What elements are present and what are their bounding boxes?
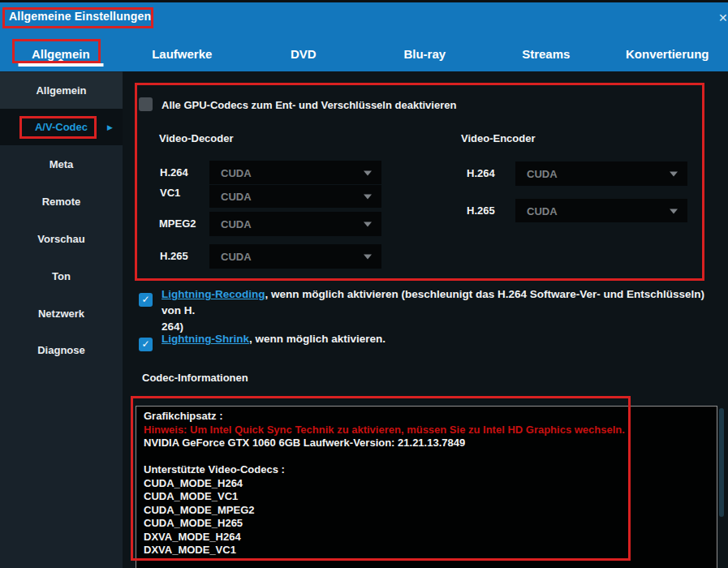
video-decoder-heading: Video-Decoder <box>159 132 234 144</box>
video-encoder-heading: Video-Encoder <box>461 132 536 144</box>
dialog-title: Allgemeine Einstellungen <box>9 10 151 23</box>
sidebar: Allgemein A/V-Codec ▶ Meta Remote Vorsch… <box>0 71 123 568</box>
sidebar-item-label: Allgemein <box>36 84 86 97</box>
settings-dialog: Allgemeine Einstellungen ✕ Allgemein Lau… <box>0 0 728 568</box>
codec-info-line: NVIDIA GeForce GTX 1060 6GB Laufwerk-Ver… <box>136 437 717 450</box>
submenu-arrow-icon: ▶ <box>107 123 113 131</box>
selected-value: CUDA <box>527 168 558 180</box>
shrink-description: , wenn möglich aktivieren. <box>249 333 386 345</box>
codec-info-line: DXVA_MODE_H264 <box>136 531 717 544</box>
codec-info-line: Unterstützte Video-Codecs : <box>136 463 717 477</box>
sidebar-item-remote[interactable]: Remote <box>0 183 123 220</box>
encoder-h265-label: H.265 <box>467 204 495 217</box>
selected-value: CUDA <box>221 166 252 179</box>
decoder-h265-select[interactable]: CUDA <box>209 244 381 269</box>
encoder-h264-label: H.264 <box>467 167 495 179</box>
decoder-h264-select[interactable]: CUDA <box>209 161 381 184</box>
sidebar-item-label: Ton <box>52 270 71 282</box>
decoder-vc1-label: VC1 <box>160 187 180 199</box>
dropdown-arrow-icon <box>364 255 372 260</box>
vertical-scrollbar[interactable] <box>719 408 724 517</box>
codec-info-line: CUDA_MODE_H264 <box>136 477 717 491</box>
decoder-mpeg2-select[interactable]: CUDA <box>209 212 381 236</box>
sidebar-item-label: Diagnose <box>37 344 85 356</box>
sidebar-item-vorschau[interactable]: Vorschau <box>0 221 123 257</box>
codec-info-line: CUDA_MODE_MPEG2 <box>136 504 717 518</box>
dropdown-arrow-icon <box>670 172 678 177</box>
decoder-mpeg2-label: MPEG2 <box>159 217 196 230</box>
codec-info-line: DXVA_MODE_VC1 <box>136 544 717 557</box>
selected-value: CUDA <box>221 191 252 203</box>
tab-bar: Allgemein Laufwerke DVD Blu-ray Streams … <box>0 36 728 71</box>
codec-info-textarea[interactable]: Grafikchipsatz : Hinweis: Um Intel Quick… <box>136 406 717 568</box>
sidebar-item-label: Netzwerk <box>38 308 84 320</box>
sidebar-item-allgemein[interactable]: Allgemein <box>0 72 123 109</box>
sidebar-item-diagnose[interactable]: Diagnose <box>0 332 123 368</box>
codec-info-heading: Codec-Informationen <box>142 372 248 384</box>
checkmark-icon: ✓ <box>141 293 149 307</box>
lightning-shrink-link[interactable]: Lightning-Shrink <box>162 333 249 345</box>
decoder-h265-label: H.265 <box>160 250 188 262</box>
tab-label: Konvertierung <box>626 47 709 61</box>
sidebar-item-label: Remote <box>42 196 81 208</box>
codec-info-line: CUDA_MODE_H265 <box>136 517 717 531</box>
tab-laufwerke[interactable]: Laufwerke <box>122 36 243 71</box>
lightning-recoding-link[interactable]: Lightning-Recoding <box>162 288 265 300</box>
tab-label: Blu-ray <box>403 47 446 61</box>
sidebar-item-ton[interactable]: Ton <box>0 258 123 295</box>
sidebar-item-label: Vorschau <box>37 233 84 245</box>
dropdown-arrow-icon <box>364 170 372 175</box>
dropdown-arrow-icon <box>670 209 678 213</box>
decoder-h264-label: H.264 <box>160 166 188 179</box>
codec-info-line: Grafikchipsatz : <box>136 410 717 424</box>
tab-label: Streams <box>522 47 570 61</box>
sidebar-item-meta[interactable]: Meta <box>0 146 123 183</box>
lightning-shrink-checkbox[interactable]: ✓ <box>139 338 153 351</box>
tab-konvertierung[interactable]: Konvertierung <box>607 36 728 71</box>
close-button[interactable]: ✕ <box>718 11 728 27</box>
tab-dvd[interactable]: DVD <box>243 36 364 71</box>
selected-value: CUDA <box>221 251 252 263</box>
tab-label: Laufwerke <box>152 47 212 61</box>
disable-gpu-codecs-checkbox[interactable] <box>139 97 153 111</box>
dropdown-arrow-icon <box>364 222 372 227</box>
close-icon: ✕ <box>718 11 728 24</box>
tab-blu-ray[interactable]: Blu-ray <box>364 36 486 71</box>
sidebar-item-label: A/V-Codec <box>35 121 88 133</box>
encoder-h265-select[interactable]: CUDA <box>515 199 687 222</box>
codec-info-line: CUDA_MODE_VC1 <box>136 490 717 504</box>
encoder-h264-select[interactable]: CUDA <box>515 161 687 186</box>
tab-allgemein[interactable]: Allgemein <box>0 36 122 71</box>
sidebar-item-label: Meta <box>50 158 74 170</box>
selected-value: CUDA <box>221 218 252 230</box>
decoder-vc1-select[interactable]: CUDA <box>209 185 381 208</box>
dialog-header: Allgemeine Einstellungen ✕ Allgemein Lau… <box>0 2 728 71</box>
checkmark-icon: ✓ <box>141 338 149 351</box>
sidebar-item-av-codec[interactable]: A/V-Codec ▶ <box>0 109 123 145</box>
lightning-shrink-text: Lightning-Shrink, wenn möglich aktiviere… <box>162 331 722 347</box>
codec-info-line <box>136 450 717 464</box>
codec-info-hint-line: Hinweis: Um Intel Quick Sync Technik zu … <box>136 424 717 437</box>
lightning-recoding-checkbox[interactable]: ✓ <box>139 293 153 307</box>
dropdown-arrow-icon <box>364 195 372 200</box>
tab-label: DVD <box>291 47 317 61</box>
sidebar-item-netzwerk[interactable]: Netzwerk <box>0 295 123 332</box>
selected-value: CUDA <box>527 204 558 217</box>
tab-streams[interactable]: Streams <box>485 36 607 71</box>
active-tab-underline <box>18 63 103 67</box>
disable-gpu-codecs-label: Alle GPU-Codecs zum Ent- und Verschlüsse… <box>162 99 456 111</box>
lightning-recoding-text: Lightning-Recoding, wenn möglich aktivie… <box>162 286 722 335</box>
